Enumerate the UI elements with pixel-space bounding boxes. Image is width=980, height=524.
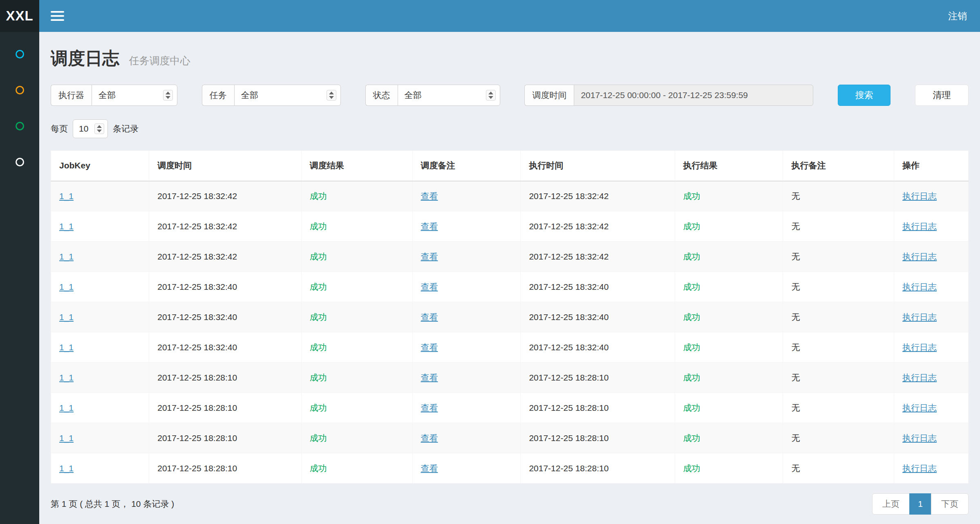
caret-down-icon xyxy=(166,96,170,99)
status-select-value: 全部 xyxy=(405,90,422,101)
job-key-link[interactable]: 1_1 xyxy=(59,343,74,352)
handle-result-cell: 成功 xyxy=(675,393,783,423)
trigger-time-cell: 2017-12-25 18:28:10 xyxy=(149,453,302,484)
column-header: 调度时间 xyxy=(149,151,302,181)
trigger-msg-link[interactable]: 查看 xyxy=(421,464,438,473)
caret-down-icon xyxy=(488,96,493,99)
filter-bar: 执行器 全部 任务 全部 状态 全部 xyxy=(51,85,969,106)
exec-log-link[interactable]: 执行日志 xyxy=(902,403,937,412)
trigger-time-cell: 2017-12-25 18:28:10 xyxy=(149,363,302,393)
prev-page-button[interactable]: 上页 xyxy=(872,493,910,515)
exec-log-link-cell: 执行日志 xyxy=(894,423,969,453)
pagination: 上页 1 下页 xyxy=(872,493,969,515)
trigger-msg-link[interactable]: 查看 xyxy=(421,252,438,261)
status-label: 状态 xyxy=(365,85,398,106)
time-range-input[interactable] xyxy=(574,85,813,106)
sidebar-item-2[interactable] xyxy=(0,72,39,108)
job-key-link-cell: 1_1 xyxy=(51,393,149,423)
trigger-msg-link[interactable]: 查看 xyxy=(421,191,438,201)
table-row: 1_12017-12-25 18:32:40成功查看2017-12-25 18:… xyxy=(51,272,969,302)
next-page-button[interactable]: 下页 xyxy=(931,493,969,515)
sidebar-toggle-icon[interactable] xyxy=(51,11,64,21)
main-content: 调度日志 任务调度中心 执行器 全部 任务 全部 xyxy=(39,0,980,515)
handle-time-cell: 2017-12-25 18:32:42 xyxy=(521,242,675,272)
status-select[interactable]: 全部 xyxy=(398,85,500,106)
job-select-value: 全部 xyxy=(241,90,258,101)
exec-log-link[interactable]: 执行日志 xyxy=(902,191,937,201)
hamburger-bar xyxy=(51,19,64,21)
trigger-time-cell: 2017-12-25 18:32:40 xyxy=(149,272,302,302)
sidebar-item-3[interactable] xyxy=(0,108,39,144)
handle-msg-cell: 无 xyxy=(783,272,894,302)
trigger-result-cell: 成功 xyxy=(301,393,412,423)
trigger-msg-link[interactable]: 查看 xyxy=(421,222,438,231)
handle-result-cell: 成功 xyxy=(675,363,783,393)
sidebar xyxy=(0,32,39,524)
page-size-select[interactable]: 10 xyxy=(73,119,108,138)
exec-log-link[interactable]: 执行日志 xyxy=(902,312,937,322)
job-select[interactable]: 全部 xyxy=(234,85,341,106)
handle-msg-cell: 无 xyxy=(783,453,894,484)
logout-link[interactable]: 注销 xyxy=(948,10,967,22)
trigger-result-cell: 成功 xyxy=(301,181,412,211)
sidebar-item-4[interactable] xyxy=(0,144,39,180)
trigger-msg-link[interactable]: 查看 xyxy=(421,282,438,291)
exec-log-link[interactable]: 执行日志 xyxy=(902,464,937,473)
trigger-time-cell: 2017-12-25 18:32:42 xyxy=(149,242,302,272)
handle-msg-cell: 无 xyxy=(783,332,894,363)
job-key-link[interactable]: 1_1 xyxy=(59,433,74,443)
search-button[interactable]: 搜索 xyxy=(838,85,891,106)
circle-icon xyxy=(16,86,24,94)
exec-log-link[interactable]: 执行日志 xyxy=(902,343,937,352)
trigger-time-cell: 2017-12-25 18:32:42 xyxy=(149,211,302,242)
handle-time-cell: 2017-12-25 18:28:10 xyxy=(521,393,675,423)
exec-log-link-cell: 执行日志 xyxy=(894,453,969,484)
job-key-link-cell: 1_1 xyxy=(51,363,149,393)
page-title: 调度日志 xyxy=(51,49,119,68)
job-key-link-cell: 1_1 xyxy=(51,272,149,302)
job-key-link[interactable]: 1_1 xyxy=(59,191,74,201)
job-key-link[interactable]: 1_1 xyxy=(59,403,74,412)
handle-result-cell: 成功 xyxy=(675,453,783,484)
job-key-link[interactable]: 1_1 xyxy=(59,312,74,322)
executor-filter-group: 执行器 全部 xyxy=(51,85,177,106)
trigger-msg-link[interactable]: 查看 xyxy=(421,312,438,322)
sidebar-item-1[interactable] xyxy=(0,36,39,72)
column-header: JobKey xyxy=(51,151,149,181)
app-logo[interactable]: XXL xyxy=(0,0,39,32)
exec-log-link-cell: 执行日志 xyxy=(894,332,969,363)
executor-select[interactable]: 全部 xyxy=(92,85,177,106)
caret-down-icon xyxy=(329,96,334,99)
job-key-link[interactable]: 1_1 xyxy=(59,252,74,261)
executor-select-value: 全部 xyxy=(98,90,116,101)
caret-down-icon xyxy=(97,130,102,132)
handle-msg-cell: 无 xyxy=(783,363,894,393)
trigger-msg-link[interactable]: 查看 xyxy=(421,373,438,382)
exec-log-link[interactable]: 执行日志 xyxy=(902,252,937,261)
clear-button[interactable]: 清理 xyxy=(915,85,969,106)
job-filter-group: 任务 全部 xyxy=(202,85,341,106)
column-header: 调度备注 xyxy=(412,151,521,181)
job-key-link[interactable]: 1_1 xyxy=(59,373,74,382)
trigger-msg-link-cell: 查看 xyxy=(412,272,521,302)
job-key-link[interactable]: 1_1 xyxy=(59,464,74,473)
time-filter-group: 调度时间 xyxy=(524,85,813,106)
table-row: 1_12017-12-25 18:28:10成功查看2017-12-25 18:… xyxy=(51,453,969,484)
current-page-button[interactable]: 1 xyxy=(909,493,931,515)
caret-up-icon xyxy=(329,92,334,94)
trigger-msg-link-cell: 查看 xyxy=(412,211,521,242)
exec-log-link[interactable]: 执行日志 xyxy=(902,282,937,291)
job-key-link[interactable]: 1_1 xyxy=(59,222,74,231)
handle-time-cell: 2017-12-25 18:28:10 xyxy=(521,423,675,453)
job-key-link[interactable]: 1_1 xyxy=(59,282,74,291)
trigger-msg-link[interactable]: 查看 xyxy=(421,403,438,412)
trigger-msg-link[interactable]: 查看 xyxy=(421,343,438,352)
pagination-summary: 第 1 页 ( 总共 1 页， 10 条记录 ) xyxy=(51,498,174,510)
exec-log-link[interactable]: 执行日志 xyxy=(902,222,937,231)
trigger-time-cell: 2017-12-25 18:28:10 xyxy=(149,393,302,423)
exec-log-link[interactable]: 执行日志 xyxy=(902,433,937,443)
handle-time-cell: 2017-12-25 18:32:40 xyxy=(521,302,675,332)
exec-log-link[interactable]: 执行日志 xyxy=(902,373,937,382)
trigger-msg-link[interactable]: 查看 xyxy=(421,433,438,443)
table-body: 1_12017-12-25 18:32:42成功查看2017-12-25 18:… xyxy=(51,181,969,484)
